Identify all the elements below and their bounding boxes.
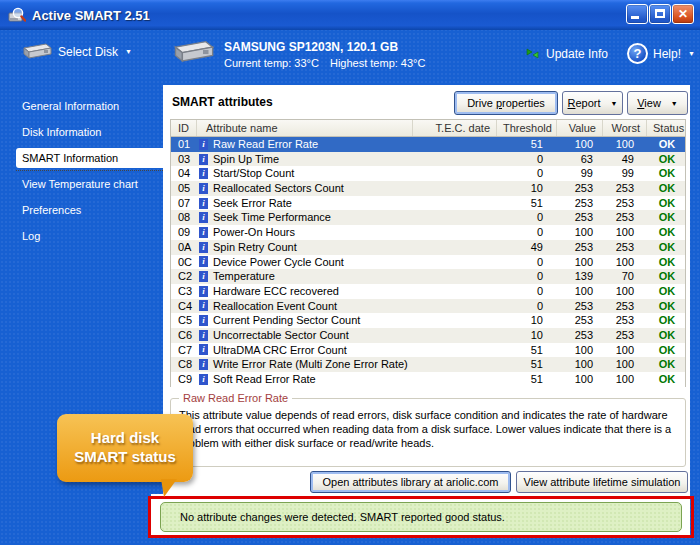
tec-cell [413, 181, 497, 196]
smart-table-body: 01iRaw Read Error Rate51100100OK03iSpin … [171, 137, 685, 387]
attribute-name-cell: iRaw Read Error Rate [197, 137, 413, 152]
table-row[interactable]: 01iRaw Read Error Rate51100100OK [171, 137, 685, 152]
info-icon: i [199, 242, 208, 253]
th-cell: 0 [497, 210, 557, 225]
minimize-button[interactable] [626, 4, 648, 24]
view-button[interactable]: View ▼ [627, 91, 688, 115]
th-cell: 51 [497, 137, 557, 152]
drive-properties-button[interactable]: Drive properties [454, 91, 558, 115]
worst-cell: 253 [603, 328, 647, 343]
help-dropdown[interactable]: ? Help! ▼ [627, 43, 695, 64]
attribute-name-cell: iSoft Read Error Rate [197, 372, 413, 387]
maximize-button[interactable] [649, 4, 671, 24]
worst-cell: 100 [603, 137, 647, 152]
report-button[interactable]: Report ▼ [562, 91, 623, 115]
val-cell: 253 [557, 313, 603, 328]
info-icon: i [199, 359, 208, 370]
id-cell: 08 [171, 210, 197, 225]
id-cell: C7 [171, 343, 197, 358]
sidebar-item-smart-information[interactable]: SMART Information [16, 148, 163, 168]
sidebar-item-general-information[interactable]: General Information [0, 96, 163, 116]
table-row[interactable]: 0CiDevice Power Cycle Count0100100OK [171, 255, 685, 270]
app-window: Active SMART 2.51 ✕ Select Disk ▼ SAMSUN… [0, 0, 700, 545]
report-label: Report [568, 97, 601, 109]
column-header-status: Status [647, 120, 687, 136]
info-icon: i [199, 183, 208, 194]
val-cell: 253 [557, 328, 603, 343]
attribute-description-legend: Raw Read Error Rate [179, 392, 292, 404]
open-attributes-library-button[interactable]: Open attributes library at ariolic.com [310, 471, 511, 493]
callout-line1: Hard disk [57, 428, 193, 447]
val-cell: 253 [557, 299, 603, 314]
tec-cell [413, 357, 497, 372]
status-cell: OK [647, 240, 687, 255]
val-cell: 100 [557, 284, 603, 299]
attribute-description-group: Raw Read Error Rate This attribute value… [170, 398, 686, 467]
table-row[interactable]: C6iUncorrectable Sector Count10253253OK [171, 328, 685, 343]
sidebar-item-disk-information[interactable]: Disk Information [0, 122, 163, 142]
table-row[interactable]: 0AiSpin Retry Count49253253OK [171, 240, 685, 255]
table-row[interactable]: 09iPower-On Hours0100100OK [171, 225, 685, 240]
sidebar-item-preferences[interactable]: Preferences [0, 200, 163, 220]
info-icon: i [199, 300, 208, 311]
val-cell: 100 [557, 137, 603, 152]
table-row[interactable]: C2iTemperature013970OK [171, 269, 685, 284]
info-icon: i [199, 315, 208, 326]
th-cell: 0 [497, 152, 557, 167]
column-header-name: Attribute name [197, 120, 413, 136]
info-icon: i [199, 139, 208, 150]
table-row[interactable]: 07iSeek Error Rate51253253OK [171, 196, 685, 211]
worst-cell: 253 [603, 313, 647, 328]
id-cell: 04 [171, 166, 197, 181]
update-info-label: Update Info [546, 47, 608, 61]
view-lifetime-simulation-button[interactable]: View attribute lifetime simulation [516, 471, 688, 493]
attribute-name-cell: iUncorrectable Sector Count [197, 328, 413, 343]
tec-cell [413, 269, 497, 284]
window-title: Active SMART 2.51 [32, 8, 150, 23]
worst-cell: 100 [603, 343, 647, 358]
status-cell: OK [647, 299, 687, 314]
status-cell: OK [647, 269, 687, 284]
table-row[interactable]: C3iHardware ECC recovered0100100OK [171, 284, 685, 299]
table-row[interactable]: C7iUltraDMA CRC Error Count51100100OK [171, 343, 685, 358]
minimize-icon [631, 16, 639, 19]
content-panel: SMART attributes Drive properties Report… [163, 85, 690, 538]
id-cell: 09 [171, 225, 197, 240]
chevron-down-icon: ▼ [125, 48, 132, 55]
attribute-name-cell: iSeek Error Rate [197, 196, 413, 211]
table-row[interactable]: 03iSpin Up Time06349OK [171, 152, 685, 167]
drive-model: SAMSUNG SP1203N, 120.1 GB [224, 40, 433, 54]
select-disk-dropdown[interactable]: Select Disk ▼ [20, 42, 132, 61]
id-cell: C9 [171, 372, 197, 387]
sidebar-item-view-temperature-chart[interactable]: View Temperature chart [0, 174, 163, 194]
worst-cell: 100 [603, 255, 647, 270]
status-cell: OK [647, 328, 687, 343]
view-label: View [637, 97, 661, 109]
column-header-threshold: Threshold [497, 120, 557, 136]
info-icon: i [199, 256, 208, 267]
info-icon: i [199, 168, 208, 179]
worst-cell: 253 [603, 240, 647, 255]
status-cell: OK [647, 343, 687, 358]
close-button[interactable]: ✕ [672, 4, 694, 24]
sidebar-item-log[interactable]: Log [0, 226, 163, 246]
table-row[interactable]: C4iReallocation Event Count0253253OK [171, 299, 685, 314]
th-cell: 10 [497, 313, 557, 328]
open-attributes-library-label: Open attributes library at ariolic.com [322, 476, 498, 488]
smart-attributes-table: ID Attribute name T.E.C. date Threshold … [170, 119, 686, 387]
tec-cell [413, 343, 497, 358]
table-row[interactable]: C5iCurrent Pending Sector Count10253253O… [171, 313, 685, 328]
attribute-name-cell: iTemperature [197, 269, 413, 284]
th-cell: 51 [497, 372, 557, 387]
status-cell: OK [647, 196, 687, 211]
table-row[interactable]: 08iSeek Time Performance0253253OK [171, 210, 685, 225]
table-header: ID Attribute name T.E.C. date Threshold … [171, 120, 685, 137]
val-cell: 100 [557, 357, 603, 372]
table-row[interactable]: 04iStart/Stop Count09999OK [171, 166, 685, 181]
table-row[interactable]: C9iSoft Read Error Rate51100100OK [171, 372, 685, 387]
table-row[interactable]: C8iWrite Error Rate (Multi Zone Error Ra… [171, 357, 685, 372]
update-info-button[interactable]: Update Info [525, 46, 608, 61]
tec-cell [413, 299, 497, 314]
tec-cell [413, 225, 497, 240]
table-row[interactable]: 05iReallocated Sectors Count10253253OK [171, 181, 685, 196]
